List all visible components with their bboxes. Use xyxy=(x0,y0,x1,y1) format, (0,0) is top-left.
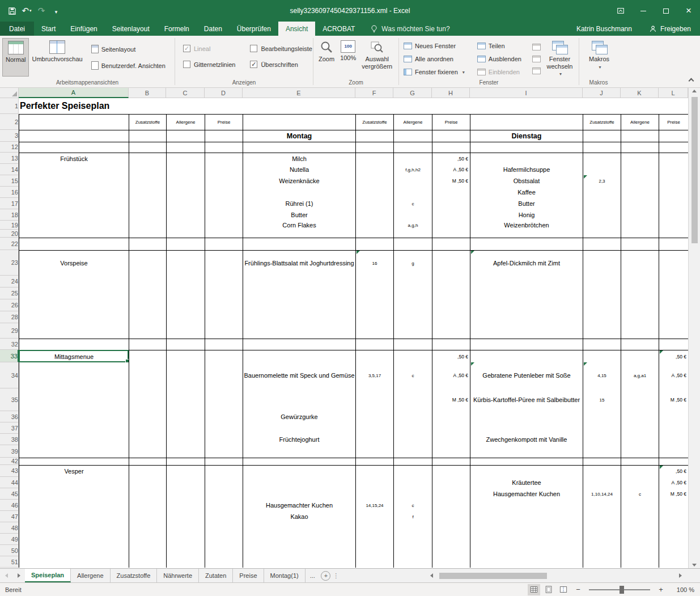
row-header-26[interactable]: 26 xyxy=(0,299,19,311)
cell-E25[interactable] xyxy=(243,288,355,299)
sheet-tab-speiseplan[interactable]: Speiseplan xyxy=(25,569,71,582)
cell-G34[interactable]: c xyxy=(393,362,432,388)
cell-L1[interactable] xyxy=(659,98,688,114)
cell-K43[interactable] xyxy=(621,465,659,477)
cell-J17[interactable] xyxy=(583,198,621,209)
custom-views-button[interactable]: Benutzerdef. Ansichten xyxy=(89,60,168,71)
cell-D32[interactable] xyxy=(205,339,243,350)
cell-J15[interactable]: 2,3 xyxy=(583,175,621,187)
cell-E29[interactable] xyxy=(243,323,355,339)
row-header-48[interactable]: 48 xyxy=(0,522,19,534)
column-header-C[interactable]: C xyxy=(166,88,205,98)
cell-D42[interactable] xyxy=(205,458,243,465)
cell-F20[interactable] xyxy=(355,230,393,238)
cell-H50[interactable] xyxy=(432,545,470,556)
cell-G43[interactable] xyxy=(393,465,432,477)
cell-B48[interactable] xyxy=(129,522,166,534)
cell-C46[interactable] xyxy=(166,500,205,511)
cell-D19[interactable] xyxy=(205,221,243,230)
cell-F15[interactable] xyxy=(355,175,393,187)
cell-D13[interactable] xyxy=(205,153,243,164)
cell-D22[interactable] xyxy=(205,238,243,250)
cell-A16[interactable] xyxy=(19,187,129,198)
cell-J28[interactable] xyxy=(583,311,621,323)
cell-K14[interactable] xyxy=(621,164,659,175)
cell-B17[interactable] xyxy=(129,198,166,209)
cell-H32[interactable] xyxy=(432,339,470,350)
cell-J25[interactable] xyxy=(583,288,621,299)
cell-E26[interactable] xyxy=(243,299,355,311)
new-window-button[interactable]: Neues Fenster xyxy=(401,41,467,50)
cell-A35[interactable] xyxy=(19,388,129,411)
cell-K1[interactable] xyxy=(621,98,659,114)
cell-E37[interactable] xyxy=(243,422,355,434)
cell-G38[interactable] xyxy=(393,434,432,445)
cell-F32[interactable] xyxy=(355,339,393,350)
ribbon-tab-ansicht[interactable]: Ansicht xyxy=(278,22,315,36)
row-header-49[interactable]: 49 xyxy=(0,534,19,545)
cell-I12[interactable] xyxy=(470,142,583,153)
cell-H38[interactable] xyxy=(432,434,470,445)
cell-D49[interactable] xyxy=(205,534,243,545)
cell-B22[interactable] xyxy=(129,238,166,250)
cell-B2[interactable]: Zusatzstoffe xyxy=(129,114,166,130)
cell-B49[interactable] xyxy=(129,534,166,545)
row-header-33[interactable]: 33 xyxy=(0,350,19,362)
cell-D3[interactable] xyxy=(205,130,243,142)
cell-D38[interactable] xyxy=(205,434,243,445)
cell-C29[interactable] xyxy=(166,323,205,339)
cell-A43[interactable]: Vesper xyxy=(19,465,129,477)
cell-G22[interactable] xyxy=(393,238,432,250)
view-side-by-side-button[interactable] xyxy=(532,43,542,51)
ribbon-tab-daten[interactable]: Daten xyxy=(197,22,230,36)
cell-A3[interactable] xyxy=(19,130,129,142)
cell-J24[interactable] xyxy=(583,276,621,288)
zoom-to-selection-button[interactable]: Auswahl vergrößern xyxy=(359,38,395,77)
cell-D47[interactable] xyxy=(205,511,243,522)
cell-G23[interactable]: g xyxy=(393,250,432,276)
row-header-45[interactable]: 45 xyxy=(0,488,19,500)
cell-C20[interactable] xyxy=(166,230,205,238)
cell-B12[interactable] xyxy=(129,142,166,153)
cell-H1[interactable] xyxy=(432,98,470,114)
cell-J32[interactable] xyxy=(583,339,621,350)
cell-B29[interactable] xyxy=(129,323,166,339)
sheet-tab-montag(1)[interactable]: Montag(1) xyxy=(264,569,306,582)
cell-L35[interactable]: M ,50 € xyxy=(659,388,688,411)
cell-A29[interactable] xyxy=(19,323,129,339)
page-break-shortcut-button[interactable] xyxy=(557,584,570,595)
cell-I22[interactable] xyxy=(470,238,583,250)
cell-L25[interactable] xyxy=(659,288,688,299)
cell-I17[interactable]: Butter xyxy=(470,198,583,209)
cell-D39[interactable] xyxy=(205,445,243,458)
cell-F19[interactable] xyxy=(355,221,393,230)
cell-L23[interactable] xyxy=(659,250,688,276)
cell-B15[interactable] xyxy=(129,175,166,187)
cell-H16[interactable] xyxy=(432,187,470,198)
row-header-37[interactable]: 37 xyxy=(0,422,19,434)
cell-G49[interactable] xyxy=(393,534,432,545)
cell-I46[interactable] xyxy=(470,500,583,511)
cell-D23[interactable] xyxy=(205,250,243,276)
cell-F25[interactable] xyxy=(355,288,393,299)
cell-K16[interactable] xyxy=(621,187,659,198)
cell-G14[interactable]: f,g,h,h2 xyxy=(393,164,432,175)
cell-J35[interactable]: 15 xyxy=(583,388,621,411)
cell-D26[interactable] xyxy=(205,299,243,311)
sheet-nav-right-button[interactable] xyxy=(12,569,25,582)
cell-B45[interactable] xyxy=(129,488,166,500)
cell-C22[interactable] xyxy=(166,238,205,250)
cell-B18[interactable] xyxy=(129,209,166,221)
column-header-K[interactable]: K xyxy=(621,88,659,98)
vertical-scrollbar[interactable] xyxy=(688,88,700,568)
synchronous-scrolling-button[interactable] xyxy=(532,54,542,63)
cell-L48[interactable] xyxy=(659,522,688,534)
cell-F26[interactable] xyxy=(355,299,393,311)
cell-F48[interactable] xyxy=(355,522,393,534)
cell-E3[interactable]: Montag xyxy=(243,130,355,142)
cell-E17[interactable]: Rührei (1) xyxy=(243,198,355,209)
freeze-panes-button[interactable]: Fenster fixieren xyxy=(401,67,467,77)
zoom-in-button[interactable] xyxy=(655,584,667,595)
cell-G48[interactable] xyxy=(393,522,432,534)
cell-I18[interactable]: Honig xyxy=(470,209,583,221)
